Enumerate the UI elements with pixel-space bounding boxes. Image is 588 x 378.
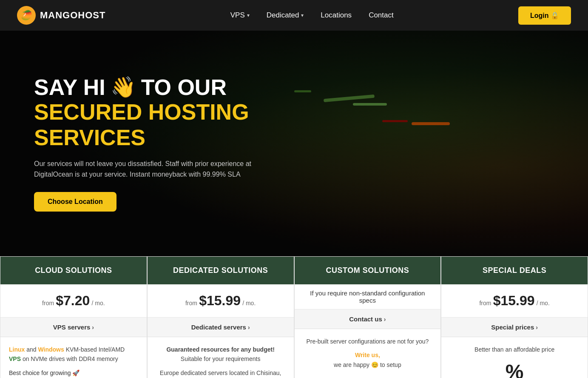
nav-links: VPS ▾ Dedicated ▾ Locations Contact xyxy=(230,11,394,20)
windows-link[interactable]: Windows xyxy=(38,346,64,353)
dedicated-solutions-body: Guaranteed resources for any budget! Sui… xyxy=(148,337,294,378)
chevron-down-icon: ▾ xyxy=(247,12,250,18)
cloud-solutions-card: CLOUD SOLUTIONS from $7.20 / mo. VPS ser… xyxy=(0,256,147,378)
login-button[interactable]: Login 🔒 xyxy=(518,6,571,25)
hero-description: Our services will not leave you dissatis… xyxy=(34,158,255,180)
linux-link[interactable]: Linux xyxy=(9,346,25,353)
special-deals-price: from $15.99 / mo. xyxy=(441,284,588,318)
logo-icon: 🥭 xyxy=(17,6,36,25)
wave-emoji: 👋 xyxy=(111,76,136,99)
cloud-solutions-body: Linux and Windows KVM-based Intel/AMD VP… xyxy=(0,337,147,378)
hero-title: SECURED HOSTING SERVICES xyxy=(34,100,255,151)
special-body-line1: Better than an affordable price xyxy=(450,345,579,354)
nav-contact[interactable]: Contact xyxy=(369,11,394,20)
arrow-icon: › xyxy=(384,316,386,323)
custom-solutions-header: CUSTOM SOLUTIONS xyxy=(295,257,441,284)
hero-section: SAY HI 👋 TO OUR SECURED HOSTING SERVICES… xyxy=(0,31,588,256)
custom-body-line2: we are happy 😊 to setup xyxy=(303,360,432,369)
nav-dedicated[interactable]: Dedicated ▾ xyxy=(267,11,304,20)
cards-section: CLOUD SOLUTIONS from $7.20 / mo. VPS ser… xyxy=(0,256,588,378)
navbar: 🥭 MANGOHOST VPS ▾ Dedicated ▾ Locations … xyxy=(0,0,588,31)
contact-us-link[interactable]: Contact us › xyxy=(295,309,441,329)
dedicated-solutions-card: DEDICATED SOLUTIONS from $15.99 / mo. De… xyxy=(147,256,294,378)
cloud-solutions-header: CLOUD SOLUTIONS xyxy=(0,257,147,284)
dedicated-solutions-price: from $15.99 / mo. xyxy=(148,284,294,318)
percent-symbol: % xyxy=(450,356,579,378)
decorative-light-5 xyxy=(294,90,311,92)
dedicated-body-line1: Guaranteed resources for any budget! xyxy=(156,345,285,354)
decorative-light-3 xyxy=(382,120,408,122)
custom-body-write-us: Write us, xyxy=(303,350,432,360)
special-deals-card: SPECIAL DEALS from $15.99 / mo. Special … xyxy=(441,256,588,378)
special-deals-body: Better than an affordable price % Always… xyxy=(441,337,588,378)
dedicated-solutions-header: DEDICATED SOLUTIONS xyxy=(148,257,294,284)
dedicated-servers-link[interactable]: Dedicated servers › xyxy=(148,318,294,337)
dedicated-body-line2: Suitable for your requirements xyxy=(156,354,285,364)
arrow-icon: › xyxy=(92,324,94,331)
logo-text: MANGOHOST xyxy=(40,10,105,21)
cloud-solutions-price: from $7.20 / mo. xyxy=(0,284,147,318)
dedicated-body-line3: Europe dedicated servers located in Chis… xyxy=(156,368,285,378)
special-prices-link[interactable]: Special prices › xyxy=(441,318,588,337)
chevron-down-icon: ▾ xyxy=(301,12,304,18)
custom-solutions-body: Pre-built server configurations are not … xyxy=(295,329,441,378)
arrow-icon: › xyxy=(536,324,538,331)
custom-body-line1: Pre-built server configurations are not … xyxy=(303,337,432,346)
decorative-light-2 xyxy=(353,103,387,106)
nav-locations[interactable]: Locations xyxy=(321,11,352,20)
custom-solutions-card: CUSTOM SOLUTIONS If you require non-stan… xyxy=(294,256,441,378)
vps-link[interactable]: VPS xyxy=(9,355,21,362)
hero-content: SAY HI 👋 TO OUR SECURED HOSTING SERVICES… xyxy=(34,75,255,212)
write-us-link[interactable]: Write us, xyxy=(355,352,380,358)
decorative-light-4 xyxy=(412,122,450,125)
special-deals-header: SPECIAL DEALS xyxy=(441,257,588,284)
arrow-icon: › xyxy=(248,324,250,331)
choose-location-button[interactable]: Choose Location xyxy=(34,192,116,212)
nav-vps[interactable]: VPS ▾ xyxy=(230,11,250,20)
custom-solutions-desc: If you require non-standard configuratio… xyxy=(295,284,441,309)
logo-area[interactable]: 🥭 MANGOHOST xyxy=(17,6,105,25)
vps-servers-link[interactable]: VPS servers › xyxy=(0,318,147,337)
best-choice-text: Best choice for growing 🚀 xyxy=(9,368,138,378)
hero-say-hi: SAY HI 👋 TO OUR xyxy=(34,75,255,100)
